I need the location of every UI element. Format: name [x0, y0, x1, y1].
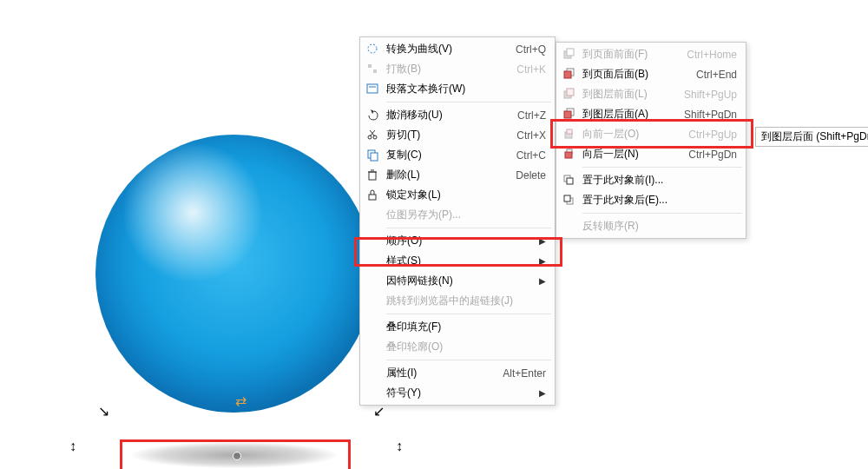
menu-item-label: 位图另存为(P)...: [386, 208, 546, 222]
paragraph-wrap-item[interactable]: 段落文本换行(W): [360, 79, 555, 99]
separator: [582, 167, 742, 168]
in-front-icon: [562, 173, 575, 187]
menu-item-label: 到页面后面(B): [582, 67, 696, 82]
shortcut-label: Ctrl+PgUp: [688, 129, 737, 141]
break-icon: [365, 62, 379, 76]
menu-item-label: 打散(B): [386, 62, 516, 76]
submenu-arrow-icon: ▶: [539, 256, 546, 266]
svg-rect-14: [369, 195, 376, 200]
menu-item-label: 顺序(O): [386, 234, 539, 248]
svg-rect-24: [567, 129, 572, 134]
submenu-arrow-icon: ▶: [539, 236, 546, 246]
reverse-order-item: 反转顺序(R): [556, 216, 746, 236]
back-one-icon: [562, 147, 575, 161]
undo-item[interactable]: 撤消移动(U)Ctrl+Z: [360, 105, 555, 125]
svg-rect-26: [565, 152, 572, 158]
cut-item[interactable]: 剪切(T)Ctrl+X: [360, 125, 555, 145]
shortcut-label: Alt+Enter: [503, 367, 546, 380]
to-layer-back-item[interactable]: 到图层后面(A)Shift+PgDn: [556, 104, 746, 124]
overprint-fill-item[interactable]: 叠印填充(F): [360, 317, 555, 337]
style-submenu-item[interactable]: 样式(S)▶: [360, 251, 555, 271]
svg-rect-3: [367, 84, 378, 93]
menu-item-label: 属性(I): [386, 366, 503, 380]
separator: [386, 102, 551, 102]
blue-sphere[interactable]: [95, 135, 373, 413]
forward-one-icon: [562, 127, 575, 141]
copy-item[interactable]: 复制(C)Ctrl+C: [360, 145, 555, 165]
selection-handle-icon[interactable]: ↕: [396, 439, 403, 454]
convert-to-curves-item[interactable]: 转换为曲线(V)Ctrl+Q: [360, 39, 555, 59]
to-page-front-item: 到页面前面(F)Ctrl+Home: [556, 44, 746, 64]
convert-icon: [365, 42, 379, 56]
selection-handle-icon[interactable]: ⇄: [235, 393, 247, 409]
menu-item-label: 向后一层(N): [582, 147, 688, 162]
trash-icon: [365, 168, 379, 182]
menu-item-label: 叠印轮廓(O): [386, 340, 546, 354]
internet-link-submenu-item[interactable]: 因特网链接(N)▶: [360, 271, 555, 291]
overprint-outline-item: 叠印轮廓(O): [360, 337, 555, 357]
layer-back-icon: [562, 107, 575, 121]
lock-icon: [365, 188, 379, 201]
annotation-box: [120, 439, 351, 469]
svg-rect-10: [371, 153, 378, 161]
menu-item-label: 锁定对象(L): [386, 188, 546, 202]
shortcut-label: Ctrl+End: [696, 69, 737, 81]
svg-rect-30: [564, 195, 570, 201]
menu-item-label: 到图层后面(A): [582, 107, 684, 122]
svg-rect-11: [369, 172, 376, 180]
forward-one-item: 向前一层(O)Ctrl+PgUp: [556, 124, 746, 144]
copy-icon: [365, 148, 379, 162]
shortcut-label: Ctrl+Home: [687, 49, 737, 61]
shortcut-label: Shift+PgDn: [684, 109, 737, 121]
to-page-back-item[interactable]: 到页面后面(B)Ctrl+End: [556, 64, 746, 84]
menu-item-label: 删除(L): [386, 168, 516, 182]
break-apart-item: 打散(B)Ctrl+K: [360, 59, 555, 79]
to-layer-front-item: 到图层前面(L)Shift+PgUp: [556, 84, 746, 104]
menu-item-label: 剪切(T): [386, 128, 516, 142]
shortcut-label: Ctrl+PgDn: [688, 149, 737, 161]
separator: [386, 360, 551, 360]
menu-item-label: 叠印填充(F): [386, 320, 546, 334]
menu-item-label: 向前一层(O): [582, 127, 688, 142]
svg-rect-2: [373, 69, 377, 73]
menu-item-label: 到页面前面(F): [582, 47, 687, 62]
submenu-arrow-icon: ▶: [539, 388, 546, 398]
back-one-item[interactable]: 向后一层(N)Ctrl+PgDn: [556, 144, 746, 164]
selection-handle-icon[interactable]: ↘: [98, 403, 109, 419]
menu-item-label: 置于此对象后(E)...: [582, 193, 737, 208]
selection-handle-icon[interactable]: ↕: [69, 439, 76, 454]
tooltip: 到图层后面 (Shift+PgDn): [755, 127, 868, 147]
behind-icon: [562, 193, 575, 207]
separator: [386, 314, 551, 314]
shortcut-label: Delete: [516, 169, 546, 182]
svg-rect-1: [368, 64, 372, 68]
svg-rect-18: [564, 71, 571, 78]
order-submenu-item[interactable]: 顺序(O)▶: [360, 231, 555, 251]
shortcut-label: Ctrl+C: [516, 149, 546, 162]
layer-front-icon: [562, 87, 575, 101]
menu-item-label: 跳转到浏览器中的超链接(J): [386, 294, 546, 308]
delete-item[interactable]: 删除(L)Delete: [360, 165, 555, 185]
place-in-front-item[interactable]: 置于此对象前(I)...: [556, 170, 746, 190]
svg-rect-28: [567, 178, 573, 184]
menu-item-label: 段落文本换行(W): [386, 82, 546, 96]
cut-icon: [365, 128, 379, 142]
menu-item-label: 到图层前面(L): [582, 87, 684, 102]
menu-item-label: 置于此对象前(I)...: [582, 173, 737, 188]
place-behind-item[interactable]: 置于此对象后(E)...: [556, 190, 746, 210]
page-front-icon: [562, 47, 575, 61]
separator: [386, 228, 551, 228]
shortcut-label: Shift+PgUp: [684, 89, 737, 101]
properties-item[interactable]: 属性(I)Alt+Enter: [360, 363, 555, 383]
symbol-submenu-item[interactable]: 符号(Y)▶: [360, 383, 555, 403]
undo-icon: [365, 108, 379, 122]
page-back-icon: [562, 67, 575, 81]
save-bitmap-item: 位图另存为(P)...: [360, 205, 555, 225]
menu-item-label: 转换为曲线(V): [386, 42, 516, 56]
menu-item-label: 符号(Y): [386, 386, 539, 400]
menu-item-label: 样式(S): [386, 254, 539, 268]
menu-item-label: 因特网链接(N): [386, 274, 539, 288]
shortcut-label: Ctrl+X: [516, 129, 546, 142]
lock-item[interactable]: 锁定对象(L): [360, 185, 555, 205]
shortcut-label: Ctrl+Z: [517, 109, 546, 122]
